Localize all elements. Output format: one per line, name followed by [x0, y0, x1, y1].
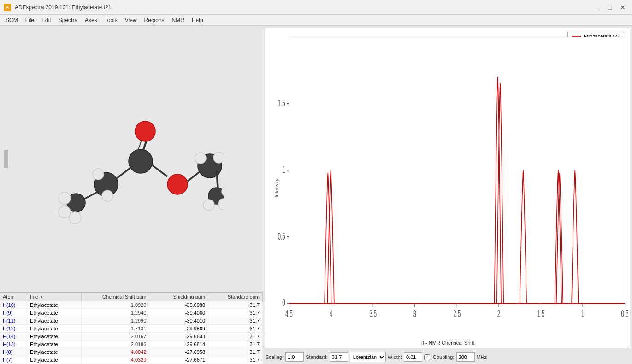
menu-help[interactable]: Help	[188, 16, 207, 24]
standard-label: Standard:	[306, 354, 328, 360]
cell-chem-shift: 1.7131	[82, 325, 149, 332]
cell-file: Ethylacetate	[27, 348, 82, 356]
col-standard[interactable]: Standard ppm	[208, 293, 263, 301]
molecule-svg	[39, 90, 224, 228]
maximize-button[interactable]: □	[604, 3, 615, 12]
svg-point-15	[59, 206, 71, 218]
cell-standard: 31.7	[208, 341, 263, 348]
cell-atom: H(11)	[0, 317, 27, 324]
cell-file: Ethylacetate	[27, 341, 82, 348]
table-row[interactable]: H(7) Ethylacetate 4.0329 -27.6671 31.7	[0, 356, 263, 364]
cell-file: Ethylacetate	[27, 309, 82, 317]
svg-text:0: 0	[282, 298, 285, 309]
svg-text:3: 3	[413, 308, 416, 319]
cell-atom: H(13)	[0, 341, 27, 348]
cell-atom: H(10)	[0, 301, 27, 309]
molecule-view	[0, 26, 263, 292]
app-icon: A	[4, 4, 11, 11]
width-label: Width:	[388, 354, 402, 360]
chart-svg: 0 0.5 1 1.5 4.5 4	[265, 28, 630, 348]
table-header: Atom File ▲ Chemical Shift ppm Shielding…	[0, 293, 263, 301]
cell-standard: 31.7	[208, 356, 263, 364]
svg-text:1.5: 1.5	[537, 308, 544, 319]
svg-point-16	[69, 212, 81, 224]
cell-file: Ethylacetate	[27, 356, 82, 364]
coupling-label: Coupling:	[433, 354, 454, 360]
menu-bar: SCMFileEditSpectraAxesToolsViewRegionsNM…	[0, 15, 632, 26]
svg-text:4: 4	[329, 308, 332, 319]
svg-text:4.5: 4.5	[285, 308, 293, 319]
cell-shielding: -27.6671	[149, 356, 208, 364]
controls-bar: Scaling: Standard: Lorentzian Width: Cou…	[265, 350, 630, 364]
cell-shielding: -30.6080	[149, 301, 208, 309]
svg-text:1.5: 1.5	[278, 98, 285, 109]
cell-chem-shift: 1.2990	[82, 317, 149, 324]
table-row[interactable]: H(10) Ethylacetate 1.0920 -30.6080 31.7	[0, 301, 263, 309]
coupling-input[interactable]	[456, 352, 475, 362]
svg-rect-25	[289, 37, 625, 303]
cell-file: Ethylacetate	[27, 317, 82, 324]
cell-standard: 31.7	[208, 325, 263, 332]
menu-scm[interactable]: SCM	[2, 16, 22, 24]
svg-line-14	[217, 170, 218, 188]
col-file[interactable]: File ▲	[27, 293, 82, 301]
cell-shielding: -27.6958	[149, 348, 208, 356]
sort-icon: ▲	[40, 294, 44, 299]
svg-text:0.5: 0.5	[278, 231, 285, 242]
svg-text:1: 1	[581, 308, 584, 319]
coupling-checkbox[interactable]	[424, 354, 430, 360]
menu-view[interactable]: View	[121, 16, 141, 24]
cell-file: Ethylacetate	[27, 325, 82, 332]
cell-chem-shift: 1.2940	[82, 309, 149, 317]
cell-atom: H(7)	[0, 356, 27, 364]
menu-tools[interactable]: Tools	[101, 16, 121, 24]
svg-point-1	[135, 121, 155, 141]
data-table: Atom File ▲ Chemical Shift ppm Shielding…	[0, 292, 263, 364]
table-row[interactable]: H(11) Ethylacetate 1.2990 -30.4010 31.7	[0, 317, 263, 325]
table-row[interactable]: H(14) Ethylacetate 2.0167 -29.6833 31.7	[0, 333, 263, 341]
table-row[interactable]: H(12) Ethylacetate 1.7131 -29.9869 31.7	[0, 325, 263, 333]
svg-text:3.5: 3.5	[369, 308, 377, 319]
cell-standard: 31.7	[208, 317, 263, 324]
standard-input[interactable]	[330, 352, 348, 362]
col-chem-shift[interactable]: Chemical Shift ppm	[82, 293, 149, 301]
menu-edit[interactable]: Edit	[38, 16, 55, 24]
close-button[interactable]: ✕	[617, 3, 628, 12]
cell-standard: 31.7	[208, 309, 263, 317]
cell-chem-shift: 2.0167	[82, 333, 149, 340]
minimize-button[interactable]: —	[591, 3, 602, 12]
mhz-label: MHz	[477, 354, 487, 360]
menu-file[interactable]: File	[22, 16, 38, 24]
cell-chem-shift: 4.0042	[82, 348, 149, 356]
menu-axes[interactable]: Axes	[81, 16, 101, 24]
cell-chem-shift: 1.0920	[82, 301, 149, 309]
scroll-handle[interactable]	[4, 150, 8, 168]
scaling-label: Scaling:	[266, 354, 284, 360]
svg-text:0.5: 0.5	[621, 308, 629, 319]
svg-point-20	[195, 153, 206, 164]
line-shape-select[interactable]: Lorentzian	[350, 352, 386, 362]
cell-standard: 31.7	[208, 348, 263, 356]
menu-regions[interactable]: Regions	[141, 16, 168, 24]
title-bar: A ADFspectra 2019.101: Ethylacetate.t21 …	[0, 0, 632, 15]
width-input[interactable]	[404, 352, 422, 362]
svg-point-18	[93, 169, 104, 180]
table-row[interactable]: H(13) Ethylacetate 2.0186 -29.6814 31.7	[0, 341, 263, 348]
svg-point-2	[129, 149, 153, 173]
cell-atom: H(14)	[0, 333, 27, 340]
table-row[interactable]: H(9) Ethylacetate 1.2940 -30.4060 31.7	[0, 309, 263, 317]
svg-point-19	[102, 190, 113, 201]
menu-spectra[interactable]: Spectra	[55, 16, 81, 24]
col-shielding[interactable]: Shielding ppm	[149, 293, 208, 301]
scaling-input[interactable]	[285, 352, 304, 362]
cell-chem-shift: 2.0186	[82, 341, 149, 348]
menu-nmr[interactable]: NMR	[168, 16, 188, 24]
table-row[interactable]: H(8) Ethylacetate 4.0042 -27.6958 31.7	[0, 348, 263, 356]
main-content: Atom File ▲ Chemical Shift ppm Shielding…	[0, 26, 632, 364]
cell-chem-shift: 4.0329	[82, 356, 149, 364]
svg-point-21	[213, 152, 224, 163]
cell-atom: H(12)	[0, 325, 27, 332]
window-controls: — □ ✕	[591, 3, 628, 12]
col-atom[interactable]: Atom	[0, 293, 27, 301]
svg-point-22	[203, 200, 214, 211]
